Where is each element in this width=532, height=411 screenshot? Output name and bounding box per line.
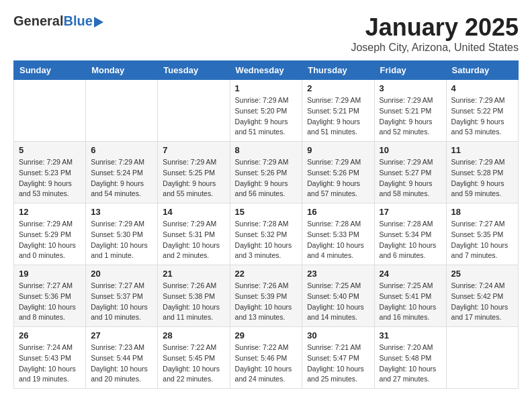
day-info: Sunrise: 7:29 AM Sunset: 5:21 PM Dayligh… xyxy=(380,95,441,138)
logo-blue-text: Blue xyxy=(63,13,92,29)
calendar-cell: 21Sunrise: 7:26 AM Sunset: 5:38 PM Dayli… xyxy=(158,265,230,327)
calendar-cell xyxy=(86,80,158,142)
day-info: Sunrise: 7:25 AM Sunset: 5:41 PM Dayligh… xyxy=(380,281,441,323)
logo-arrow-icon xyxy=(94,17,103,28)
day-info: Sunrise: 7:29 AM Sunset: 5:21 PM Dayligh… xyxy=(307,95,369,138)
day-number: 1 xyxy=(235,83,298,93)
day-number: 31 xyxy=(380,330,441,340)
calendar-cell: 23Sunrise: 7:25 AM Sunset: 5:40 PM Dayli… xyxy=(302,265,374,327)
calendar-cell: 16Sunrise: 7:28 AM Sunset: 5:33 PM Dayli… xyxy=(302,203,374,265)
calendar-cell: 11Sunrise: 7:29 AM Sunset: 5:28 PM Dayli… xyxy=(446,142,518,203)
day-info: Sunrise: 7:29 AM Sunset: 5:25 PM Dayligh… xyxy=(163,157,224,199)
day-number: 27 xyxy=(91,330,152,340)
day-info: Sunrise: 7:29 AM Sunset: 5:30 PM Dayligh… xyxy=(91,219,152,261)
day-number: 3 xyxy=(380,83,441,93)
calendar-cell: 26Sunrise: 7:24 AM Sunset: 5:43 PM Dayli… xyxy=(14,327,86,389)
day-info: Sunrise: 7:29 AM Sunset: 5:26 PM Dayligh… xyxy=(307,157,369,199)
page-header: General Blue January 2025 Joseph City, A… xyxy=(13,13,519,54)
calendar-cell xyxy=(14,80,86,142)
day-number: 7 xyxy=(163,145,224,155)
day-number: 4 xyxy=(451,83,513,93)
calendar-cell: 14Sunrise: 7:29 AM Sunset: 5:31 PM Dayli… xyxy=(158,203,230,265)
calendar-week-row: 26Sunrise: 7:24 AM Sunset: 5:43 PM Dayli… xyxy=(14,327,519,389)
weekday-header-friday: Friday xyxy=(374,61,446,80)
calendar-cell: 9Sunrise: 7:29 AM Sunset: 5:26 PM Daylig… xyxy=(302,142,374,203)
day-info: Sunrise: 7:24 AM Sunset: 5:42 PM Dayligh… xyxy=(451,281,513,323)
calendar-cell: 27Sunrise: 7:23 AM Sunset: 5:44 PM Dayli… xyxy=(86,327,158,389)
day-number: 2 xyxy=(307,83,369,93)
calendar-cell: 15Sunrise: 7:28 AM Sunset: 5:32 PM Dayli… xyxy=(230,203,302,265)
day-number: 6 xyxy=(91,145,152,155)
calendar-table: SundayMondayTuesdayWednesdayThursdayFrid… xyxy=(13,60,519,389)
day-info: Sunrise: 7:26 AM Sunset: 5:39 PM Dayligh… xyxy=(235,281,298,323)
weekday-header-wednesday: Wednesday xyxy=(230,61,302,80)
day-info: Sunrise: 7:27 AM Sunset: 5:35 PM Dayligh… xyxy=(451,219,513,261)
calendar-cell xyxy=(158,80,230,142)
day-number: 11 xyxy=(451,145,513,155)
calendar-cell: 17Sunrise: 7:28 AM Sunset: 5:34 PM Dayli… xyxy=(374,203,446,265)
weekday-header-saturday: Saturday xyxy=(446,61,518,80)
calendar-cell: 1Sunrise: 7:29 AM Sunset: 5:20 PM Daylig… xyxy=(230,80,302,142)
day-number: 16 xyxy=(307,207,369,217)
calendar-cell: 5Sunrise: 7:29 AM Sunset: 5:23 PM Daylig… xyxy=(14,142,86,203)
day-info: Sunrise: 7:22 AM Sunset: 5:45 PM Dayligh… xyxy=(163,342,224,385)
day-number: 20 xyxy=(91,269,152,279)
day-info: Sunrise: 7:23 AM Sunset: 5:44 PM Dayligh… xyxy=(91,342,152,385)
day-info: Sunrise: 7:29 AM Sunset: 5:22 PM Dayligh… xyxy=(451,95,513,138)
day-number: 13 xyxy=(91,207,152,217)
day-number: 19 xyxy=(19,269,81,279)
calendar-cell: 31Sunrise: 7:20 AM Sunset: 5:48 PM Dayli… xyxy=(374,327,446,389)
calendar-cell: 22Sunrise: 7:26 AM Sunset: 5:39 PM Dayli… xyxy=(230,265,302,327)
day-number: 10 xyxy=(380,145,441,155)
day-number: 17 xyxy=(380,207,441,217)
day-info: Sunrise: 7:27 AM Sunset: 5:37 PM Dayligh… xyxy=(91,281,152,323)
day-number: 21 xyxy=(163,269,224,279)
calendar-week-row: 12Sunrise: 7:29 AM Sunset: 5:29 PM Dayli… xyxy=(14,203,519,265)
calendar-cell xyxy=(446,327,518,389)
day-info: Sunrise: 7:29 AM Sunset: 5:27 PM Dayligh… xyxy=(380,157,441,199)
day-number: 8 xyxy=(235,145,298,155)
location-title: Joseph City, Arizona, United States xyxy=(351,42,519,54)
calendar-cell: 8Sunrise: 7:29 AM Sunset: 5:26 PM Daylig… xyxy=(230,142,302,203)
title-block: January 2025 Joseph City, Arizona, Unite… xyxy=(351,13,519,54)
day-number: 12 xyxy=(19,207,81,217)
day-info: Sunrise: 7:21 AM Sunset: 5:47 PM Dayligh… xyxy=(307,342,369,385)
weekday-header-monday: Monday xyxy=(86,61,158,80)
logo-general-text: General xyxy=(13,13,63,29)
day-number: 18 xyxy=(451,207,513,217)
day-info: Sunrise: 7:29 AM Sunset: 5:31 PM Dayligh… xyxy=(163,219,224,261)
calendar-week-row: 1Sunrise: 7:29 AM Sunset: 5:20 PM Daylig… xyxy=(14,80,519,142)
day-info: Sunrise: 7:25 AM Sunset: 5:40 PM Dayligh… xyxy=(307,281,369,323)
day-info: Sunrise: 7:26 AM Sunset: 5:38 PM Dayligh… xyxy=(163,281,224,323)
day-info: Sunrise: 7:28 AM Sunset: 5:33 PM Dayligh… xyxy=(307,219,369,261)
calendar-cell: 10Sunrise: 7:29 AM Sunset: 5:27 PM Dayli… xyxy=(374,142,446,203)
calendar-cell: 28Sunrise: 7:22 AM Sunset: 5:45 PM Dayli… xyxy=(158,327,230,389)
weekday-header-sunday: Sunday xyxy=(14,61,86,80)
calendar-cell: 13Sunrise: 7:29 AM Sunset: 5:30 PM Dayli… xyxy=(86,203,158,265)
day-info: Sunrise: 7:29 AM Sunset: 5:20 PM Dayligh… xyxy=(235,95,298,138)
day-info: Sunrise: 7:28 AM Sunset: 5:32 PM Dayligh… xyxy=(235,219,298,261)
day-info: Sunrise: 7:22 AM Sunset: 5:46 PM Dayligh… xyxy=(235,342,298,385)
calendar-cell: 24Sunrise: 7:25 AM Sunset: 5:41 PM Dayli… xyxy=(374,265,446,327)
calendar-cell: 4Sunrise: 7:29 AM Sunset: 5:22 PM Daylig… xyxy=(446,80,518,142)
day-info: Sunrise: 7:24 AM Sunset: 5:43 PM Dayligh… xyxy=(19,342,81,385)
day-number: 14 xyxy=(163,207,224,217)
calendar-cell: 19Sunrise: 7:27 AM Sunset: 5:36 PM Dayli… xyxy=(14,265,86,327)
day-info: Sunrise: 7:29 AM Sunset: 5:23 PM Dayligh… xyxy=(19,157,81,199)
day-info: Sunrise: 7:20 AM Sunset: 5:48 PM Dayligh… xyxy=(380,342,441,385)
day-number: 24 xyxy=(380,269,441,279)
day-number: 23 xyxy=(307,269,369,279)
logo: General Blue xyxy=(13,13,103,29)
calendar-cell: 29Sunrise: 7:22 AM Sunset: 5:46 PM Dayli… xyxy=(230,327,302,389)
calendar-week-row: 5Sunrise: 7:29 AM Sunset: 5:23 PM Daylig… xyxy=(14,142,519,203)
day-number: 26 xyxy=(19,330,81,340)
calendar-cell: 25Sunrise: 7:24 AM Sunset: 5:42 PM Dayli… xyxy=(446,265,518,327)
day-info: Sunrise: 7:29 AM Sunset: 5:29 PM Dayligh… xyxy=(19,219,81,261)
day-info: Sunrise: 7:29 AM Sunset: 5:28 PM Dayligh… xyxy=(451,157,513,199)
day-number: 29 xyxy=(235,330,298,340)
calendar-cell: 7Sunrise: 7:29 AM Sunset: 5:25 PM Daylig… xyxy=(158,142,230,203)
calendar-cell: 18Sunrise: 7:27 AM Sunset: 5:35 PM Dayli… xyxy=(446,203,518,265)
calendar-cell: 20Sunrise: 7:27 AM Sunset: 5:37 PM Dayli… xyxy=(86,265,158,327)
day-number: 22 xyxy=(235,269,298,279)
day-number: 30 xyxy=(307,330,369,340)
